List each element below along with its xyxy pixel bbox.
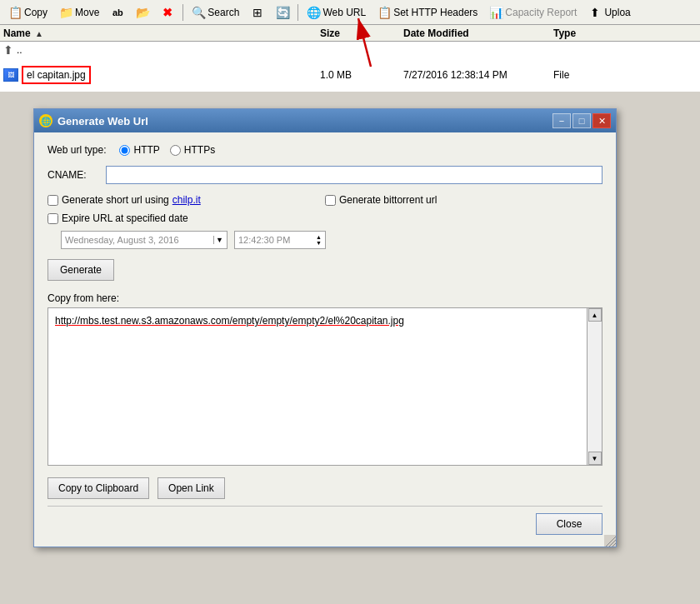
upload-icon: ⬆	[588, 6, 602, 19]
minimize-button[interactable]: −	[552, 113, 571, 128]
https-radio[interactable]: HTTPs	[170, 144, 215, 156]
resize-handle[interactable]	[604, 535, 616, 547]
http-radio[interactable]: HTTP	[119, 144, 159, 156]
toolbar-delete[interactable]: ✖	[156, 2, 179, 23]
dialog-title: Generate Web Url	[58, 115, 148, 127]
time-input[interactable]: 12:42:30 PM ▲ ▼	[234, 231, 326, 249]
app-window: 📋 Copy 📁 Move ab 📂 ✖ 🔍 Search ⊞ 🔄 🌐	[0, 0, 700, 604]
move-icon: 📁	[59, 6, 72, 19]
col-date: Date Modified	[403, 27, 553, 39]
toolbar-rename[interactable]: ab	[106, 2, 129, 23]
up-icon: ⬆	[3, 43, 13, 57]
cname-input[interactable]	[106, 166, 602, 184]
file-name-cell: 🖼 el capitan.jpg	[3, 66, 320, 84]
sep1	[182, 4, 183, 21]
col-name: Name ▲	[3, 27, 320, 39]
table-row[interactable]: 🖼 el capitan.jpg 1.0 MB 7/27/2016 12:38:…	[0, 58, 700, 92]
svg-line-4	[612, 543, 616, 547]
search-label: Search	[208, 7, 239, 18]
generate-weburl-dialog: 🌐 Generate Web Url − □ ✕ Web url type: H…	[33, 108, 617, 547]
url-display: http://mbs.test.new.s3.amazonaws.com/emp…	[48, 308, 602, 333]
maximize-button[interactable]: □	[572, 113, 591, 128]
expire-checkbox-row: Expire URL at specified date	[48, 212, 602, 224]
short-url-col: Generate short url using chilp.it	[48, 194, 325, 206]
move-label: Move	[75, 7, 99, 18]
bottom-buttons: Copy to Clipboard Open Link	[48, 477, 602, 499]
bittorrent-checkbox[interactable]: Generate bittorrent url	[325, 194, 437, 206]
short-url-checkbox-input[interactable]	[48, 195, 58, 206]
file-area: Name ▲ Size Date Modified Type ⬆ .. 🖼 el…	[0, 25, 700, 92]
date-input[interactable]: Wednesday, August 3, 2016 ▼	[61, 231, 228, 249]
url-textarea-container: http://mbs.test.new.s3.amazonaws.com/emp…	[48, 307, 602, 466]
toolbar-search[interactable]: 🔍 Search	[187, 2, 244, 23]
scrollbar-up[interactable]: ▲	[588, 308, 602, 322]
capacityreport-icon: 📊	[489, 6, 502, 19]
toolbar-refresh[interactable]: 🔄	[271, 2, 294, 23]
toolbar-weburl[interactable]: 🌐 Web URL	[302, 2, 371, 23]
http-label: HTTP	[133, 144, 159, 156]
toolbar-upload[interactable]: ⬆ Uploa	[583, 2, 635, 23]
toolbar-move[interactable]: 📁 Move	[54, 2, 104, 23]
sort-arrow: ▲	[35, 29, 43, 38]
sep2	[298, 4, 298, 21]
newfolder-icon: 📂	[136, 6, 149, 19]
time-up-arrow[interactable]: ▲	[316, 234, 322, 240]
time-spinners[interactable]: ▲ ▼	[316, 234, 322, 246]
cname-row: CNAME:	[48, 166, 602, 184]
time-value: 12:42:30 PM	[238, 235, 290, 245]
file-type: File	[553, 69, 620, 81]
time-down-arrow[interactable]: ▼	[316, 240, 322, 246]
date-dropdown-arrow[interactable]: ▼	[213, 236, 223, 244]
toolbar-newfolder[interactable]: 📂	[131, 2, 154, 23]
open-link-button[interactable]: Open Link	[158, 477, 225, 499]
rename-icon: ab	[111, 6, 124, 19]
short-url-checkbox[interactable]: Generate short url using chilp.it	[48, 194, 201, 206]
search-icon: 🔍	[192, 6, 205, 19]
toolbar-capacityreport[interactable]: 📊 Capacity Report	[484, 2, 582, 23]
capacityreport-label: Capacity Report	[505, 7, 577, 18]
scrollbar-down[interactable]: ▼	[588, 452, 602, 465]
scrollbar: ▲ ▼	[587, 308, 602, 465]
col-size: Size	[320, 27, 403, 39]
chilpit-link[interactable]: chilp.it	[172, 194, 201, 206]
close-button[interactable]: Close	[536, 513, 602, 535]
radio-group: HTTP HTTPs	[119, 144, 215, 156]
http-radio-input[interactable]	[119, 145, 130, 156]
up-directory-row[interactable]: ⬆ ..	[0, 42, 700, 58]
delete-icon: ✖	[161, 6, 174, 19]
url-type-row: Web url type: HTTP HTTPs	[48, 144, 602, 156]
expire-label: Expire URL at specified date	[62, 212, 188, 224]
dialog-close-button[interactable]: ✕	[592, 113, 611, 128]
file-date: 7/27/2016 12:38:14 PM	[403, 69, 553, 81]
weburl-label: Web URL	[322, 7, 366, 18]
dialog-controls: − □ ✕	[552, 113, 611, 128]
expire-checkbox[interactable]: Expire URL at specified date	[48, 212, 188, 224]
toolbar-setheaders[interactable]: 📋 Set HTTP Headers	[372, 2, 482, 23]
copy-from-label: Copy from here:	[48, 292, 602, 304]
file-size: 1.0 MB	[320, 69, 403, 81]
datetime-row: Wednesday, August 3, 2016 ▼ 12:42:30 PM …	[48, 231, 602, 249]
dialog-body: Web url type: HTTP HTTPs CNAME:	[34, 132, 616, 547]
refresh-icon: 🔄	[276, 6, 289, 19]
column-headers: Name ▲ Size Date Modified Type	[0, 25, 700, 42]
https-label: HTTPs	[184, 144, 215, 156]
resize-icon	[604, 535, 616, 547]
setheaders-label: Set HTTP Headers	[393, 7, 478, 18]
svg-line-3	[609, 540, 616, 547]
close-btn-row: Close	[48, 506, 602, 535]
expire-checkbox-input[interactable]	[48, 213, 58, 224]
bittorrent-col: Generate bittorrent url	[325, 194, 602, 206]
toolbar-copy[interactable]: 📋 Copy	[3, 2, 52, 23]
generate-button[interactable]: Generate	[48, 259, 114, 281]
file-name: el capitan.jpg	[22, 66, 91, 84]
dialog-title-left: 🌐 Generate Web Url	[39, 114, 148, 127]
bittorrent-checkbox-input[interactable]	[325, 195, 336, 206]
https-radio-input[interactable]	[170, 145, 181, 156]
copy-clipboard-button[interactable]: Copy to Clipboard	[48, 477, 149, 499]
toolbar-grid[interactable]: ⊞	[246, 2, 269, 23]
url-type-label: Web url type:	[48, 144, 106, 156]
upload-label: Uploa	[604, 7, 630, 18]
file-icon: 🖼	[3, 68, 18, 82]
toolbar: 📋 Copy 📁 Move ab 📂 ✖ 🔍 Search ⊞ 🔄 🌐	[0, 0, 700, 25]
url-value[interactable]: http://mbs.test.new.s3.amazonaws.com/emp…	[52, 312, 583, 330]
